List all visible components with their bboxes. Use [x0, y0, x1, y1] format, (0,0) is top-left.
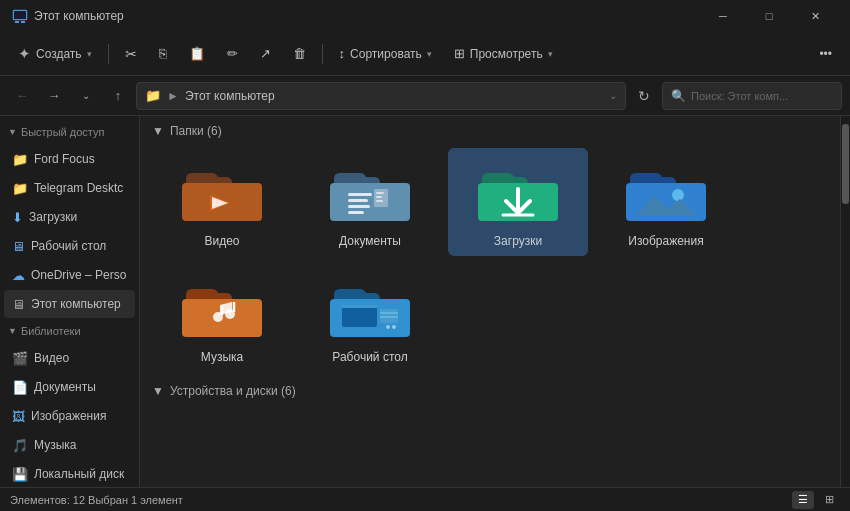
forward-button[interactable]: →	[40, 82, 68, 110]
copy-button[interactable]: ⎘	[149, 37, 177, 71]
path-separator: ►	[167, 89, 179, 103]
sidebar-item-onedrive[interactable]: ☁ OneDrive – Perso	[4, 261, 135, 289]
sidebar-item-drive-c[interactable]: 💾 Локальный диск	[4, 460, 135, 487]
folder-music-label: Музыка	[201, 350, 243, 364]
folder-downloads-icon-wrap	[478, 158, 558, 228]
svg-rect-6	[348, 193, 372, 196]
maximize-button[interactable]: □	[746, 0, 792, 32]
libraries-label: Библиотеки	[21, 325, 81, 337]
folder-downloads-label: Загрузки	[494, 234, 542, 248]
title-bar-controls: ─ □ ✕	[700, 0, 838, 32]
chevron-down-icon: ▾	[87, 49, 92, 59]
quick-access-header[interactable]: ▼ Быстрый доступ	[0, 120, 139, 144]
minimize-button[interactable]: ─	[700, 0, 746, 32]
address-input[interactable]: 📁 ► Этот компьютер ⌄	[136, 82, 626, 110]
sidebar-item-label: Этот компьютер	[31, 297, 121, 311]
svg-rect-1	[15, 21, 19, 23]
share-icon: ↗	[260, 46, 271, 61]
svg-point-27	[386, 325, 390, 329]
up-recent-button[interactable]: ⌄	[72, 82, 100, 110]
libraries-header[interactable]: ▼ Библиотеки	[0, 319, 139, 343]
view-button[interactable]: ⊞ Просмотреть ▾	[444, 37, 563, 71]
search-box[interactable]: 🔍 Поиск: Этот комп...	[662, 82, 842, 110]
toolbar: ✦ Создать ▾ ✂ ⎘ 📋 ✏ ↗ 🗑 ↕ Сортировать ▾ …	[0, 32, 850, 76]
svg-point-16	[672, 189, 684, 201]
folders-section-title: Папки (6)	[170, 124, 222, 138]
folders-section-header[interactable]: ▼ Папки (6)	[152, 124, 828, 138]
address-dropdown-icon[interactable]: ⌄	[609, 90, 617, 101]
sidebar-item-this-pc[interactable]: 🖥 Этот компьютер	[4, 290, 135, 318]
sidebar-item-desktop[interactable]: 🖥 Рабочий стол	[4, 232, 135, 260]
folder-docs-icon-wrap	[330, 158, 410, 228]
toolbar-sep-1	[108, 44, 109, 64]
copy-icon: ⎘	[159, 46, 167, 61]
folder-desktop[interactable]: Рабочий стол	[300, 264, 440, 372]
search-icon: 🔍	[671, 89, 686, 103]
desktop-icon: 🖥	[12, 239, 25, 254]
folder-images[interactable]: Изображения	[596, 148, 736, 256]
up-button[interactable]: ↑	[104, 82, 132, 110]
svg-rect-21	[342, 305, 377, 327]
title-bar-title: Этот компьютер	[34, 9, 124, 23]
paste-button[interactable]: 📋	[179, 37, 215, 71]
sidebar-item-images-lib[interactable]: 🖼 Изображения	[4, 402, 135, 430]
share-button[interactable]: ↗	[250, 37, 281, 71]
sort-button[interactable]: ↕ Сортировать ▾	[329, 37, 442, 71]
folder-video-label: Видео	[204, 234, 239, 248]
sidebar-item-label: Локальный диск	[34, 467, 124, 481]
close-button[interactable]: ✕	[792, 0, 838, 32]
folder-music-icon-wrap	[182, 274, 262, 344]
svg-rect-23	[380, 309, 398, 323]
main-area: ▼ Быстрый доступ 📁 Ford Focus 📁 Telegram…	[0, 116, 850, 487]
sidebar-item-label: Загрузки	[29, 210, 77, 224]
pc-icon: 🖥	[12, 297, 25, 312]
cut-icon: ✂	[125, 46, 137, 62]
sidebar-item-docs-lib[interactable]: 📄 Документы	[4, 373, 135, 401]
sidebar-item-video-lib[interactable]: 🎬 Видео	[4, 344, 135, 372]
more-button[interactable]: •••	[809, 37, 842, 71]
add-icon: ✦	[18, 45, 31, 63]
sidebar-item-label: Музыка	[34, 438, 76, 452]
create-button[interactable]: ✦ Создать ▾	[8, 37, 102, 71]
folder-images-label: Изображения	[628, 234, 703, 248]
sidebar-item-ford-focus[interactable]: 📁 Ford Focus	[4, 145, 135, 173]
sort-chevron-icon: ▾	[427, 49, 432, 59]
folder-downloads[interactable]: Загрузки	[448, 148, 588, 256]
sidebar-item-label: Ford Focus	[34, 152, 95, 166]
sidebar-item-label: Изображения	[31, 409, 106, 423]
folder-docs-label: Документы	[339, 234, 401, 248]
svg-point-26	[392, 325, 396, 329]
folder-video[interactable]: Видео	[152, 148, 292, 256]
toolbar-sep-2	[322, 44, 323, 64]
address-bar: ← → ⌄ ↑ 📁 ► Этот компьютер ⌄ ↻ 🔍 Поиск: …	[0, 76, 850, 116]
folder-docs[interactable]: Документы	[300, 148, 440, 256]
devices-section-header[interactable]: ▼ Устройства и диски (6)	[152, 384, 828, 398]
scrollbar-track[interactable]	[840, 116, 850, 487]
search-placeholder: Поиск: Этот комп...	[691, 90, 788, 102]
scrollbar-thumb[interactable]	[842, 124, 849, 204]
delete-button[interactable]: 🗑	[283, 37, 316, 71]
sidebar-item-music-lib[interactable]: 🎵 Музыка	[4, 431, 135, 459]
grid-view-button[interactable]: ⊞	[818, 491, 840, 509]
sidebar-item-downloads[interactable]: ⬇ Загрузки	[4, 203, 135, 231]
list-view-button[interactable]: ☰	[792, 491, 814, 509]
sidebar-item-telegram[interactable]: 📁 Telegram Desktc	[4, 174, 135, 202]
images-icon: 🖼	[12, 409, 25, 424]
delete-icon: 🗑	[293, 46, 306, 61]
folder-music[interactable]: Музыка	[152, 264, 292, 372]
svg-rect-7	[348, 199, 368, 202]
refresh-button[interactable]: ↻	[630, 82, 658, 110]
docs-icon: 📄	[12, 380, 28, 395]
cut-button[interactable]: ✂	[115, 37, 147, 71]
rename-button[interactable]: ✏	[217, 37, 248, 71]
svg-rect-8	[348, 205, 370, 208]
folders-grid: Видео	[152, 148, 828, 372]
path-folder-icon: 📁	[145, 88, 161, 103]
quick-access-label: Быстрый доступ	[21, 126, 105, 138]
paste-icon: 📋	[189, 46, 205, 61]
back-button[interactable]: ←	[8, 82, 36, 110]
address-breadcrumb: Этот компьютер	[185, 89, 275, 103]
folder-icon: 📁	[12, 181, 28, 196]
svg-rect-13	[376, 200, 383, 202]
status-bar: Элементов: 12 Выбран 1 элемент ☰ ⊞	[0, 487, 850, 511]
